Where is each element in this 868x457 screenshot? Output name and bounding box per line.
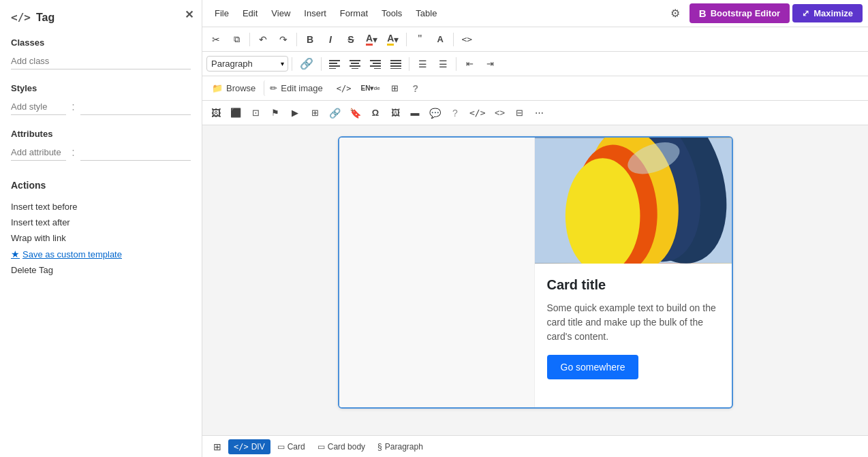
attributes-colon: : <box>72 146 74 159</box>
align-left-button[interactable] <box>325 54 344 74</box>
attributes-row: : <box>11 144 191 161</box>
menu-edit[interactable]: Edit <box>236 4 264 22</box>
table-icon-btn[interactable]: ⊞ <box>386 79 405 98</box>
insert-grid-button[interactable]: ⋯ <box>529 104 548 123</box>
insert-blocks-button[interactable]: ⊟ <box>510 104 529 123</box>
sidebar: </> Tag ✕ Classes Styles : Attributes : … <box>0 0 202 457</box>
insert-comment-button[interactable]: 💬 <box>425 104 445 123</box>
div-label: DIV <box>251 442 265 452</box>
menu-file[interactable]: File <box>208 4 236 22</box>
cut-button[interactable]: ✂ <box>206 30 226 49</box>
maximize-button[interactable]: ⤢ Maximize <box>792 4 863 22</box>
indent-button[interactable]: ⇥ <box>480 54 499 74</box>
copy-button[interactable]: ⧉ <box>227 30 246 49</box>
bootstrap-editor-button[interactable]: B Bootstrap Editor <box>689 3 790 23</box>
star-icon: ★ <box>11 249 20 259</box>
card-label: Card <box>288 442 305 452</box>
grid-layout-button[interactable]: ⊞ <box>208 439 227 455</box>
attr-val-input[interactable] <box>80 144 191 161</box>
styles-row: : <box>11 99 191 115</box>
insert-code-button[interactable]: </> <box>465 104 489 123</box>
insert-video-button[interactable]: ▶ <box>285 104 305 123</box>
paragraph-select[interactable]: Paragraph Heading 1 Heading 2 Heading 3 <box>206 56 288 72</box>
edit-image-button[interactable]: ✏ Edit image <box>264 80 328 96</box>
insert-image2-button[interactable]: 🖼 <box>386 104 405 123</box>
actions-section: Actions Insert text before Insert text a… <box>11 180 191 278</box>
separator <box>249 33 250 46</box>
paragraph-status-button[interactable]: § Paragraph <box>372 439 429 454</box>
close-button[interactable]: ✕ <box>185 8 193 21</box>
card-body-status-button[interactable]: ▭ Card body <box>312 439 371 454</box>
help-btn[interactable]: ? <box>406 79 425 98</box>
highlight-button[interactable]: A▾ <box>383 30 403 49</box>
wrap-with-link-action[interactable]: Wrap with link <box>11 230 191 246</box>
justify-button[interactable] <box>386 54 405 74</box>
align-center-button[interactable] <box>345 54 365 74</box>
style-val-input[interactable] <box>80 99 191 115</box>
canvas: Card title Some quick example text to bu… <box>202 125 868 435</box>
list-ol-button[interactable]: ☰ <box>433 54 452 74</box>
insert-image-button[interactable]: 🖼 <box>206 104 226 123</box>
menu-table[interactable]: Table <box>409 4 444 22</box>
bold-button[interactable]: B <box>300 30 320 49</box>
outdent-button[interactable]: ⇤ <box>460 54 479 74</box>
separator <box>456 57 456 71</box>
bootstrap-label: Bootstrap Editor <box>711 8 781 18</box>
source-icon-btn[interactable]: </> <box>332 79 356 98</box>
menu-tools[interactable]: Tools <box>375 4 409 22</box>
insert-link-button[interactable]: 🔗 <box>325 104 345 123</box>
align-right-button[interactable] <box>366 54 385 74</box>
classes-label: Classes <box>11 37 191 48</box>
save-as-custom-template-action[interactable]: ★ Save as custom template <box>11 246 191 262</box>
link-button[interactable]: 🔗 <box>296 54 317 74</box>
go-somewhere-button[interactable]: Go somewhere <box>547 355 639 379</box>
insert-hline-button[interactable]: ▬ <box>405 104 424 123</box>
card-image-svg <box>535 138 732 264</box>
list-ul-button[interactable]: ☰ <box>413 54 432 74</box>
font-size-button[interactable]: A <box>431 30 450 49</box>
toolbar-row-1: ✂ ⧉ ↶ ↷ B I S A▾ A▾ " A <> <box>202 27 868 52</box>
insert-media-button[interactable]: ⊡ <box>246 104 265 123</box>
styles-section: Styles : <box>11 83 191 115</box>
card-container: Card title Some quick example text to bu… <box>338 136 733 409</box>
tag-icon: </> <box>11 11 31 24</box>
insert-text-after-action[interactable]: Insert text after <box>11 215 191 230</box>
delete-tag-action[interactable]: Delete Tag <box>11 262 191 278</box>
div-status-button[interactable]: </> DIV <box>228 439 270 454</box>
lang-btn[interactable]: EN▾de <box>356 79 384 98</box>
insert-special-button[interactable]: Ω <box>366 104 385 123</box>
statusbar: ⊞ </> DIV ▭ Card ▭ Card body § Paragraph <box>202 435 868 457</box>
menu-insert[interactable]: Insert <box>297 4 333 22</box>
style-key-input[interactable] <box>11 99 66 115</box>
blockquote-button[interactable]: " <box>410 30 429 49</box>
insert-text-before-action[interactable]: Insert text before <box>11 199 191 215</box>
insert-help-button[interactable]: ? <box>446 104 465 123</box>
menu-view[interactable]: View <box>264 4 297 22</box>
insert-table-button[interactable]: ⊞ <box>305 104 324 123</box>
settings-button[interactable]: ⚙ <box>665 4 685 22</box>
inline-code-button[interactable]: <> <box>457 30 476 49</box>
folder-icon: 📁 <box>212 83 223 93</box>
maximize-label: Maximize <box>813 8 853 18</box>
insert-gallery-button[interactable]: ⬛ <box>226 104 245 123</box>
browse-button[interactable]: 📁 Browse <box>206 80 261 96</box>
toolbar-row-2: Paragraph Heading 1 Heading 2 Heading 3 … <box>202 52 868 76</box>
undo-button[interactable]: ↶ <box>253 30 273 49</box>
insert-source-button[interactable]: <> <box>490 104 509 123</box>
card-status-button[interactable]: ▭ Card <box>272 439 311 454</box>
paragraph-symbol-icon: § <box>377 442 382 452</box>
classes-input[interactable] <box>11 53 191 69</box>
redo-button[interactable]: ↷ <box>274 30 293 49</box>
menu-format[interactable]: Format <box>333 4 375 22</box>
sidebar-title-label: Tag <box>36 12 55 24</box>
attr-key-input[interactable] <box>11 144 66 161</box>
strikethrough-button[interactable]: S <box>341 30 360 49</box>
actions-label: Actions <box>11 180 191 191</box>
insert-flag-button[interactable]: ⚑ <box>266 104 285 123</box>
bootstrap-icon: B <box>699 7 707 19</box>
italic-button[interactable]: I <box>321 30 340 49</box>
card-image <box>535 138 732 264</box>
card-body: Card title Some quick example text to bu… <box>535 264 732 407</box>
font-color-button[interactable]: A▾ <box>362 30 382 49</box>
insert-bookmark-button[interactable]: 🔖 <box>345 104 365 123</box>
